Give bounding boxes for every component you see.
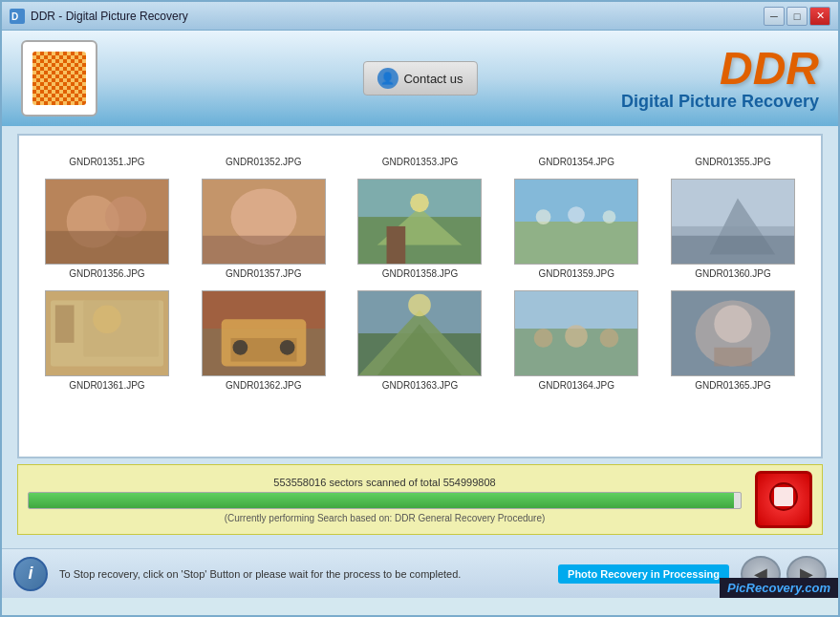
photo-thumbnail — [671, 290, 795, 376]
svg-point-33 — [93, 305, 121, 333]
photo-label: GNDR01360.JPG — [695, 268, 770, 279]
progress-area: 553558016 sectors scanned of total 55499… — [17, 464, 823, 535]
svg-point-39 — [279, 340, 294, 355]
logo-icon — [32, 52, 86, 105]
list-item[interactable]: GNDR01362.JPG — [185, 285, 342, 396]
svg-point-49 — [565, 325, 588, 348]
svg-rect-13 — [203, 236, 325, 265]
svg-rect-17 — [387, 226, 406, 264]
list-item[interactable]: GNDR01358.JPG — [342, 173, 499, 285]
info-text: To Stop recovery, click on 'Stop' Button… — [59, 568, 547, 580]
photo-thumbnail — [45, 179, 169, 265]
svg-rect-55 — [714, 348, 751, 367]
title-bar: D DDR - Digital Picture Recovery ─ □ ✕ — [2, 2, 838, 31]
photo-thumbnail — [45, 290, 169, 376]
minimize-button[interactable]: ─ — [764, 7, 785, 26]
list-item[interactable]: GNDR01359.JPG — [498, 173, 655, 285]
watermark-text: PicRecovery.com — [727, 581, 830, 595]
stop-button[interactable] — [755, 471, 812, 528]
photo-label: GNDR01362.JPG — [226, 380, 301, 391]
photo-label: GNDR01359.JPG — [539, 268, 614, 279]
photo-label: GNDR01364.JPG — [539, 380, 614, 391]
contact-button[interactable]: 👤 Contact us — [362, 61, 477, 96]
photo-label: GNDR01363.JPG — [382, 380, 458, 391]
svg-rect-31 — [55, 305, 75, 342]
list-item: GNDR01352.JPG — [185, 151, 342, 173]
svg-point-18 — [411, 193, 430, 212]
photo-label: GNDR01365.JPG — [695, 380, 770, 391]
photo-thumbnail — [671, 179, 795, 265]
photo-thumbnail — [202, 179, 326, 265]
watermark: PicRecovery.com — [720, 578, 838, 598]
progress-bar — [29, 493, 734, 508]
svg-point-48 — [534, 329, 553, 348]
status-badge: Photo Recovery in Processing — [558, 564, 729, 584]
progress-bar-container — [28, 492, 742, 509]
photo-label: GNDR01361.JPG — [69, 380, 144, 391]
logo-box — [21, 40, 97, 117]
svg-point-50 — [600, 329, 619, 348]
photo-label: GNDR01358.JPG — [382, 268, 458, 279]
list-item: GNDR01354.JPG — [498, 151, 655, 173]
svg-rect-57 — [774, 487, 793, 506]
close-button[interactable]: ✕ — [809, 7, 830, 26]
svg-point-54 — [714, 305, 751, 342]
svg-text:D: D — [11, 11, 18, 22]
photo-thumbnail — [514, 290, 638, 376]
svg-point-38 — [232, 340, 248, 355]
photo-grid-container[interactable]: GNDR01351.JPG GNDR01352.JPG GNDR01353.JP… — [17, 134, 823, 458]
photo-grid: GNDR01351.JPG GNDR01352.JPG GNDR01353.JP… — [19, 141, 821, 406]
progress-info: 553558016 sectors scanned of total 55499… — [28, 477, 742, 523]
photo-thumbnail — [357, 179, 482, 265]
progress-scanned-text: 553558016 sectors scanned of total 55499… — [28, 477, 742, 488]
svg-rect-46 — [515, 291, 637, 329]
list-item[interactable]: GNDR01364.JPG — [498, 285, 655, 396]
title-bar-left: D DDR - Digital Picture Recovery — [10, 9, 188, 24]
photo-label: GNDR01352.JPG — [226, 157, 301, 167]
main-area: GNDR01351.JPG GNDR01352.JPG GNDR01353.JP… — [2, 126, 838, 548]
svg-rect-32 — [83, 301, 159, 357]
photo-thumbnail — [357, 290, 482, 376]
photo-label: GNDR01354.JPG — [539, 157, 614, 167]
progress-sub-text: (Currently performing Search based on: D… — [28, 513, 742, 523]
list-item: GNDR01351.JPG — [29, 151, 185, 173]
title-controls: ─ □ ✕ — [764, 7, 830, 26]
svg-rect-6 — [32, 52, 86, 105]
photo-label: GNDR01351.JPG — [69, 157, 144, 167]
list-item: GNDR01355.JPG — [655, 151, 811, 173]
photo-label: GNDR01353.JPG — [382, 157, 458, 167]
title-text: DDR - Digital Picture Recovery — [31, 10, 188, 23]
list-item[interactable]: GNDR01361.JPG — [29, 285, 185, 396]
list-item[interactable]: GNDR01356.JPG — [29, 173, 185, 285]
svg-rect-21 — [515, 222, 637, 264]
photo-label: GNDR01357.JPG — [226, 268, 301, 279]
svg-rect-28 — [672, 236, 794, 265]
info-icon: i — [13, 557, 48, 591]
svg-point-44 — [409, 294, 432, 317]
app-icon: D — [10, 9, 25, 24]
list-item[interactable]: GNDR01360.JPG — [655, 173, 811, 285]
photo-label: GNDR01356.JPG — [69, 268, 144, 279]
brand-area: DDR Digital Picture Recovery — [621, 46, 819, 112]
photo-thumbnail — [514, 179, 638, 265]
bottom-bar: i To Stop recovery, click on 'Stop' Butt… — [2, 548, 838, 598]
maximize-button[interactable]: □ — [786, 7, 808, 26]
list-item: GNDR01353.JPG — [342, 151, 499, 173]
photo-thumbnail — [202, 290, 326, 376]
list-item[interactable]: GNDR01363.JPG — [342, 285, 499, 396]
svg-point-24 — [603, 210, 616, 223]
list-item[interactable]: GNDR01365.JPG — [655, 285, 811, 396]
header: 👤 Contact us DDR Digital Picture Recover… — [2, 31, 838, 126]
stop-icon — [768, 481, 799, 518]
brand-subtitle: Digital Picture Recovery — [621, 92, 819, 112]
svg-point-22 — [536, 209, 551, 224]
contact-label: Contact us — [403, 72, 463, 86]
photo-label: GNDR01355.JPG — [695, 157, 770, 167]
list-item[interactable]: GNDR01357.JPG — [185, 173, 342, 285]
svg-rect-10 — [46, 231, 168, 264]
svg-point-23 — [568, 206, 585, 223]
contact-icon: 👤 — [377, 68, 398, 89]
brand-ddr: DDR — [621, 46, 819, 92]
